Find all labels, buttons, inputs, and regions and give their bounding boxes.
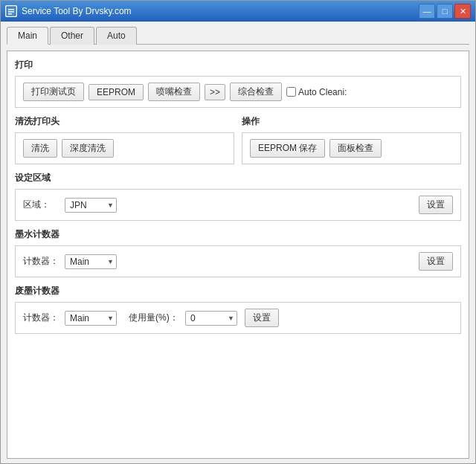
minimize-button[interactable]: —	[419, 4, 435, 19]
window-title: Service Tool By Drvsky.com	[22, 6, 419, 16]
ink-counter-title: 墨水计数器	[15, 228, 461, 241]
eeprom-button[interactable]: EEPROM	[89, 84, 144, 100]
svg-rect-2	[8, 11, 14, 13]
ink-counter-select-wrap: Main Sub1 Sub2 ▼	[65, 254, 117, 269]
waste-counter-inner: 计数器： Main Sub1 Sub2 ▼ 使用量(%)： 0 10	[15, 302, 461, 334]
auto-clean-label: Auto Cleani:	[298, 87, 347, 97]
print-section-inner: 打印测试页 EEPROM 喷嘴检查 >> 综合检查 Auto Cleani:	[15, 76, 461, 108]
ink-counter-label: 计数器：	[23, 255, 60, 268]
region-label: 区域：	[23, 199, 60, 211]
waste-counter-select-wrap: Main Sub1 Sub2 ▼	[65, 311, 117, 326]
app-icon	[5, 5, 17, 17]
tab-auto[interactable]: Auto	[96, 27, 137, 45]
operation-inner: EEPROM 保存 面板检查	[242, 132, 461, 164]
region-select-wrap: JPN USA EUR CHN ▼	[65, 198, 117, 213]
waste-usage-select-wrap: 0 10 20 30 50 100 ▼	[185, 311, 237, 326]
region-select[interactable]: JPN USA EUR CHN	[65, 198, 117, 213]
region-set-button[interactable]: 设置	[419, 196, 453, 214]
ink-counter-set-button[interactable]: 设置	[419, 252, 453, 271]
waste-counter-select[interactable]: Main Sub1 Sub2	[65, 311, 117, 326]
waste-counter-title: 废墨计数器	[15, 285, 461, 297]
ink-counter-section: 墨水计数器 计数器： Main Sub1 Sub2 ▼ 设置	[15, 228, 461, 277]
print-section: 打印 打印测试页 EEPROM 喷嘴检查 >> 综合检查 Auto Cleani…	[15, 59, 461, 108]
title-bar: Service Tool By Drvsky.com — □ ✕	[1, 1, 475, 22]
eeprom-save-button[interactable]: EEPROM 保存	[250, 139, 325, 158]
panel-check-button[interactable]: 面板检查	[329, 139, 382, 158]
svg-rect-3	[8, 13, 12, 15]
clean-head-inner: 清洗 深度清洗	[15, 132, 234, 164]
clean-operation-row: 清洗打印头 清洗 深度清洗 操作 EEPROM 保存 面板检查	[15, 115, 461, 164]
print-section-title: 打印	[15, 59, 461, 71]
clean-head-title: 清洗打印头	[15, 115, 234, 128]
tab-other[interactable]: Other	[50, 27, 94, 45]
test-print-button[interactable]: 打印测试页	[23, 83, 84, 101]
main-tab-content: 打印 打印测试页 EEPROM 喷嘴检查 >> 综合检查 Auto Cleani…	[7, 51, 469, 459]
arrow-button[interactable]: >>	[205, 84, 225, 100]
waste-counter-set-button[interactable]: 设置	[245, 309, 279, 327]
waste-usage-select[interactable]: 0 10 20 30 50 100	[185, 311, 237, 326]
operation-section: 操作 EEPROM 保存 面板检查	[242, 115, 461, 164]
maximize-button[interactable]: □	[437, 4, 453, 19]
nozzle-check-button[interactable]: 喷嘴检查	[148, 83, 200, 101]
tab-main[interactable]: Main	[7, 27, 48, 45]
tab-bar: Main Other Auto	[7, 26, 469, 45]
main-window: Service Tool By Drvsky.com — □ ✕ Main Ot…	[0, 0, 476, 464]
window-content: Main Other Auto 打印 打印测试页 EEPROM 喷嘴检查 >> …	[1, 22, 475, 463]
ink-counter-inner: 计数器： Main Sub1 Sub2 ▼ 设置	[15, 245, 461, 277]
region-inner: 区域： JPN USA EUR CHN ▼ 设置	[15, 189, 461, 221]
waste-usage-label: 使用量(%)：	[129, 312, 181, 324]
auto-clean-checkbox-row: Auto Cleani:	[286, 87, 347, 97]
waste-counter-section: 废墨计数器 计数器： Main Sub1 Sub2 ▼ 使用量(%)：	[15, 285, 461, 334]
deep-clean-button[interactable]: 深度清洗	[62, 139, 114, 158]
ink-counter-select[interactable]: Main Sub1 Sub2	[65, 254, 117, 269]
operation-title: 操作	[242, 115, 461, 128]
clean-head-section: 清洗打印头 清洗 深度清洗	[15, 115, 234, 164]
waste-counter-label: 计数器：	[23, 312, 60, 324]
title-buttons: — □ ✕	[419, 4, 471, 19]
auto-clean-checkbox[interactable]	[286, 87, 296, 97]
region-section: 设定区域 区域： JPN USA EUR CHN ▼ 设置	[15, 172, 461, 221]
clean-button[interactable]: 清洗	[23, 139, 57, 158]
svg-rect-1	[8, 9, 14, 10]
region-title: 设定区域	[15, 172, 461, 184]
comprehensive-button[interactable]: 综合检查	[230, 83, 282, 101]
close-button[interactable]: ✕	[454, 4, 471, 19]
